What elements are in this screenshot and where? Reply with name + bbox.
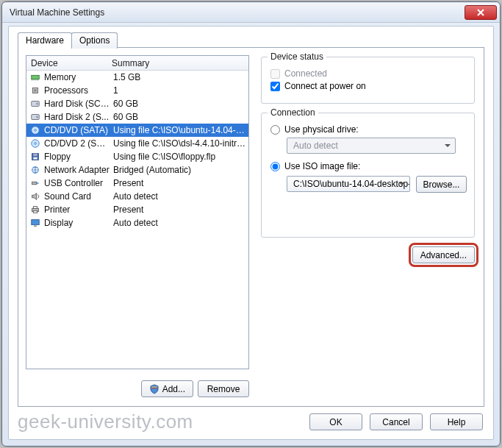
tab-options[interactable]: Options [71, 32, 118, 49]
col-summary[interactable]: Summary [107, 56, 248, 70]
add-button[interactable]: Add... [141, 380, 193, 397]
device-name: CD/DVD (SATA) [43, 125, 110, 135]
tab-hardware[interactable]: Hardware [18, 32, 72, 49]
device-summary: Bridged (Automatic) [110, 165, 247, 175]
device-summary: 1 [110, 85, 247, 96]
hdd-icon [30, 112, 40, 122]
advanced-button[interactable]: Advanced... [412, 246, 475, 263]
svg-rect-12 [33, 154, 37, 157]
cd-icon [30, 125, 40, 135]
svg-point-10 [35, 143, 37, 145]
dialog-footer: OK Cancel Help [309, 413, 483, 430]
device-name: Printer [43, 205, 110, 215]
device-row-cd[interactable]: CD/DVD (SATA)Using file C:\ISO\ubuntu-14… [26, 124, 248, 137]
svg-point-4 [36, 102, 39, 105]
device-summary: Using file C:\ISO\ubuntu-14.04-d... [110, 125, 247, 135]
device-name: Hard Disk 2 (S... [43, 112, 110, 122]
combo-iso-file[interactable]: C:\ISO\ubuntu-14.04-desktop-amd [287, 176, 410, 192]
device-summary: Auto detect [110, 191, 247, 202]
chk-connected: Connected [270, 68, 467, 79]
device-summary: Using file C:\ISO\floppy.flp [110, 152, 247, 162]
device-list-header: Device Summary [26, 56, 248, 71]
chk-connected-label: Connected [284, 68, 327, 79]
device-row-net[interactable]: Network AdapterBridged (Automatic) [26, 163, 248, 177]
device-summary: 60 GB [110, 99, 247, 109]
floppy-icon [30, 152, 40, 162]
tab-strip: Hardware Options [18, 32, 117, 49]
svg-point-8 [35, 129, 37, 132]
device-row-cpu[interactable]: Processors1 [26, 84, 248, 97]
svg-rect-19 [33, 211, 37, 213]
svg-rect-20 [32, 220, 40, 225]
device-name: Processors [43, 85, 110, 96]
usb-icon [30, 178, 40, 188]
device-row-display[interactable]: DisplayAuto detect [26, 216, 248, 230]
device-name: Sound Card [43, 191, 110, 202]
cancel-button[interactable]: Cancel [370, 413, 423, 430]
device-row-sound[interactable]: Sound CardAuto detect [26, 190, 248, 203]
sound-icon [30, 191, 40, 202]
shield-icon [149, 384, 159, 394]
radio-physical-label: Use physical drive: [284, 124, 359, 135]
svg-point-6 [36, 115, 39, 118]
device-panel-buttons: Add... Remove [26, 380, 249, 397]
svg-rect-15 [32, 182, 37, 185]
hdd-icon [30, 99, 40, 109]
device-name: Network Adapter [43, 165, 110, 175]
col-device[interactable]: Device [26, 56, 107, 70]
device-name: Memory [43, 72, 110, 82]
device-summary: 1.5 GB [110, 72, 247, 82]
chk-connected-input [270, 69, 280, 79]
device-summary: Using file C:\ISO\dsl-4.4.10-initrd... [110, 138, 247, 149]
radio-iso-input[interactable] [270, 162, 280, 171]
device-summary: 60 GB [110, 112, 247, 122]
device-row-hdd[interactable]: Hard Disk 2 (S...60 GB [26, 110, 248, 124]
tab-page-hardware: Device Summary Memory1.5 GBProcessors1Ha… [18, 47, 484, 407]
client-area: Hardware Options Device Summary Memory1.… [8, 26, 494, 440]
chk-connect-power-label: Connect at power on [284, 81, 366, 91]
browse-button[interactable]: Browse... [416, 176, 467, 193]
device-summary: Auto detect [110, 218, 247, 228]
group-connection: Connection Use physical drive: Auto dete… [261, 113, 475, 238]
chk-connect-power[interactable]: Connect at power on [270, 81, 467, 91]
titlebar[interactable]: Virtual Machine Settings [2, 2, 500, 23]
radio-iso-label: Use ISO image file: [284, 161, 360, 171]
svg-rect-2 [34, 89, 37, 92]
svg-rect-13 [33, 157, 37, 160]
help-button[interactable]: Help [430, 413, 483, 430]
ok-button[interactable]: OK [309, 413, 362, 430]
svg-rect-18 [33, 207, 37, 209]
chk-connect-power-input[interactable] [270, 82, 280, 91]
device-row-usb[interactable]: USB ControllerPresent [26, 177, 248, 190]
device-summary: Present [110, 205, 247, 215]
window-title: Virtual Machine Settings [10, 7, 465, 18]
close-button[interactable] [465, 5, 497, 20]
device-row-hdd[interactable]: Hard Disk (SCSI)60 GB [26, 97, 248, 110]
group-device-status: Device status Connected Connect at power… [261, 57, 475, 104]
device-list[interactable]: Device Summary Memory1.5 GBProcessors1Ha… [26, 55, 249, 369]
combo-physical-drive: Auto detect [287, 138, 456, 154]
device-name: Display [43, 218, 110, 228]
add-label: Add... [162, 384, 185, 394]
device-row-printer[interactable]: PrinterPresent [26, 203, 248, 216]
svg-rect-16 [37, 182, 39, 184]
svg-rect-21 [34, 226, 37, 227]
radio-iso[interactable]: Use ISO image file: [270, 161, 467, 171]
radio-physical[interactable]: Use physical drive: [270, 124, 467, 135]
device-row-cd[interactable]: CD/DVD 2 (SATA)Using file C:\ISO\dsl-4.4… [26, 137, 248, 150]
remove-button[interactable]: Remove [198, 380, 249, 397]
device-summary: Present [110, 178, 247, 188]
device-name: USB Controller [43, 178, 110, 188]
radio-physical-input[interactable] [270, 125, 280, 135]
close-icon [477, 9, 484, 16]
device-row-memory[interactable]: Memory1.5 GB [26, 71, 248, 84]
net-icon [30, 165, 40, 175]
memory-icon [30, 72, 40, 82]
device-name: Hard Disk (SCSI) [43, 99, 110, 109]
legend-connection: Connection [268, 107, 318, 118]
watermark: geek-university.com [18, 410, 193, 433]
cd-icon [30, 138, 40, 149]
svg-rect-0 [32, 75, 40, 79]
device-name: CD/DVD 2 (SATA) [43, 138, 110, 149]
device-row-floppy[interactable]: FloppyUsing file C:\ISO\floppy.flp [26, 150, 248, 163]
